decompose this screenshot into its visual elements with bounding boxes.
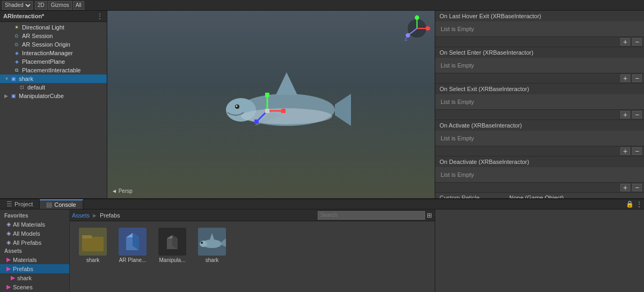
project-toolbar: Assets ► Prefabs ⊞ ☆ ☰ 21 (70, 209, 435, 221)
hierarchy-item-interaction-manager[interactable]: ◈ InteractionManager (0, 49, 107, 57)
remove-hover-exit-button[interactable]: − (632, 38, 642, 46)
sidebar-prefabs[interactable]: ▶ Prefabs (0, 264, 69, 273)
event-section-select-enter: On Select Enter (XRBaseInteractor) List … (435, 47, 644, 84)
shading-select[interactable]: Shaded (2, 1, 33, 10)
footer-btns-select-enter: + − (620, 74, 642, 82)
sidebar-scenes[interactable]: ▶ Scenes (0, 282, 69, 291)
sidebar-shark[interactable]: ▶ shark (0, 273, 69, 282)
svg-rect-23 (254, 119, 259, 124)
file-manipulator[interactable]: Manipula... (153, 226, 191, 292)
top-toolbar: Shaded 2D Gizmos All (0, 0, 644, 11)
bottom-right-panel (435, 209, 644, 292)
event-header-activate: On Activate (XRBaseInteractor) (435, 120, 644, 131)
mode-2d-button[interactable]: 2D (35, 1, 47, 10)
tab-console[interactable]: ▤ Console (40, 199, 83, 209)
file-shark-folder[interactable]: shark (74, 226, 112, 292)
script-icon-placement: ⧉ (13, 66, 20, 74)
inspector-panel: On Last Hover Exit (XRBaseInteractor) Li… (435, 11, 644, 198)
label-directional-light: Directional Light (22, 24, 64, 31)
svg-rect-26 (82, 235, 92, 238)
thumb-shark-folder (79, 228, 107, 256)
sidebar-all-prefabs[interactable]: ◈ All Prefabs (0, 238, 69, 247)
sidebar-materials[interactable]: ▶ Materials (0, 255, 69, 264)
label-manipulator-cube: ManipulatorCube (19, 93, 64, 99)
sidebar-all-materials[interactable]: ◈ All Materials (0, 220, 69, 229)
axis-widget: Y X Z (404, 15, 430, 42)
search-input[interactable] (318, 211, 425, 220)
hierarchy-item-placement-interactable[interactable]: ⧉ PlacementInteractable (0, 66, 107, 74)
folder-icon-all-materials: ◈ (6, 221, 11, 228)
hierarchy-panel: ARInteraction* ⋮ ☀ Directional Light ⊙ A… (0, 11, 107, 198)
all-button[interactable]: All (73, 1, 84, 10)
hierarchy-menu-button[interactable]: ⋮ (96, 12, 104, 20)
footer-btns-activate: + − (620, 147, 642, 155)
footer-btns-select-exit: + − (620, 111, 642, 118)
remove-deactivate-button[interactable]: − (632, 184, 642, 191)
event-title-select-enter: On Select Enter (XRBaseInteractor) (440, 49, 533, 56)
file-shark-prefab[interactable]: shark (193, 226, 231, 292)
label-all-materials: All Materials (13, 221, 45, 228)
svg-rect-21 (281, 109, 286, 113)
hierarchy-title: ARInteraction* (3, 13, 44, 19)
hierarchy-item-directional-light[interactable]: ☀ Directional Light (0, 23, 107, 32)
assets-header: Assets (0, 247, 69, 255)
label-ar-session: AR Session (22, 33, 53, 39)
gizmos-button[interactable]: Gizmos (48, 1, 72, 10)
hierarchy-item-ar-session-origin[interactable]: ⊙ AR Session Origin (0, 40, 107, 49)
label-all-models: All Models (13, 230, 40, 237)
bottom-area: ☰ Project ▤ Console 🔒 ⋮ Favorites ◈ All … (0, 198, 644, 292)
event-title-deactivate: On Deactivate (XRBaseInteractor) (440, 159, 529, 165)
svg-text:Y: Y (415, 15, 419, 18)
footer-btns-deactivate: + − (620, 184, 642, 191)
custom-reticle-label: Custom Reticle (440, 194, 509, 198)
add-select-enter-button[interactable]: + (620, 74, 630, 82)
list-empty-select-enter: List is Empty (440, 60, 640, 71)
breadcrumb-assets[interactable]: Assets (72, 212, 90, 219)
sidebar-all-models[interactable]: ◈ All Models (0, 229, 69, 238)
svg-text:Z: Z (405, 37, 407, 42)
transform-gizmo[interactable] (251, 89, 294, 132)
camera-icon-ar-session: ⊙ (13, 32, 20, 40)
event-body-deactivate: List is Empty (435, 167, 644, 182)
add-activate-button[interactable]: + (620, 147, 630, 155)
folder-icon-scenes: ▶ (6, 283, 11, 290)
svg-rect-24 (265, 109, 269, 113)
event-body-select-enter: List is Empty (435, 58, 644, 73)
file-ar-plane[interactable]: AR Plane... (114, 226, 151, 292)
hierarchy-item-manipulator-cube[interactable]: ▶ ▣ ManipulatorCube (0, 92, 107, 100)
list-empty-select-exit: List is Empty (440, 96, 640, 107)
remove-activate-button[interactable]: − (632, 147, 642, 155)
project-files: shark AR Plane... (70, 221, 435, 292)
remove-select-enter-button[interactable]: − (632, 74, 642, 82)
folder-icon-shark: ▶ (11, 274, 15, 281)
project-tab-label: Project (14, 201, 33, 207)
svg-marker-11 (335, 94, 351, 126)
add-select-exit-button[interactable]: + (620, 111, 630, 118)
favorites-header: Favorites (0, 212, 69, 220)
hierarchy-item-ar-session[interactable]: ⊙ AR Session (0, 32, 107, 40)
label-file-ar-plane: AR Plane... (119, 257, 147, 263)
add-hover-exit-button[interactable]: + (620, 38, 630, 46)
label-placement-plane: PlacementPlane (22, 58, 65, 65)
cube-icon-manipulator: ▣ (10, 92, 17, 100)
add-deactivate-button[interactable]: + (620, 184, 630, 191)
svg-marker-34 (222, 238, 226, 247)
remove-select-exit-button[interactable]: − (632, 111, 642, 118)
list-empty-hover-exit: List is Empty (440, 24, 640, 34)
svg-rect-25 (82, 237, 104, 251)
tab-project[interactable]: ☰ Project (0, 199, 40, 209)
panel-menu-button[interactable]: ⋮ (634, 199, 644, 209)
viewport-3d[interactable]: Y X Z (107, 11, 435, 198)
lock-button[interactable]: 🔒 (625, 199, 634, 209)
label-materials: Materials (13, 257, 37, 263)
grid-view-button[interactable]: ⊞ (427, 211, 432, 220)
label-file-shark-folder: shark (86, 257, 99, 263)
breadcrumb-prefabs: Prefabs (100, 212, 120, 219)
hierarchy-item-placement-plane[interactable]: ◈ PlacementPlane (0, 57, 107, 66)
custom-reticle-value: None (Game Object) (509, 194, 640, 198)
event-footer-select-enter: + − (435, 73, 644, 83)
camera-icon-origin: ⊙ (13, 41, 20, 48)
viewport-area: Y X Z (107, 11, 435, 198)
hierarchy-item-shark[interactable]: ▼ ▣ shark (0, 74, 107, 83)
hierarchy-item-default[interactable]: ⊡ default (0, 83, 107, 92)
